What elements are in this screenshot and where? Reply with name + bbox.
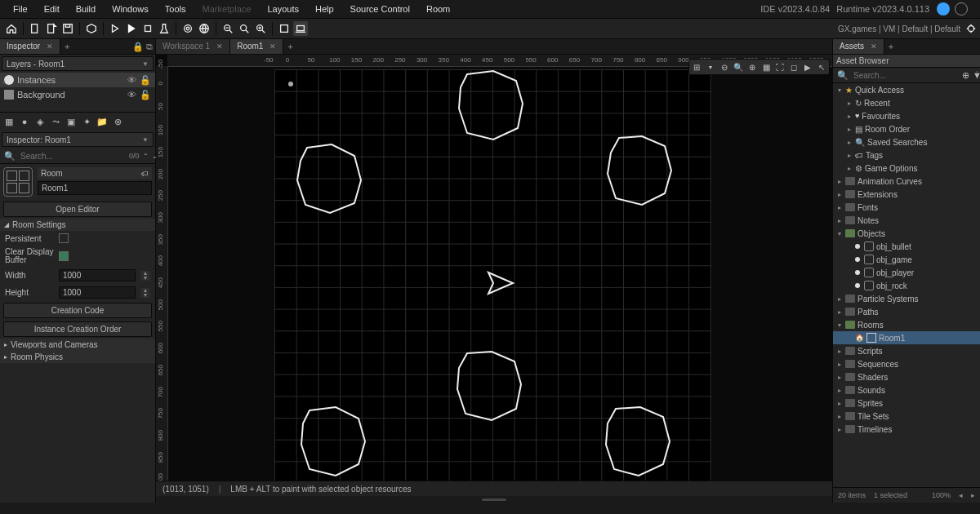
tab-room1[interactable]: Room1✕: [230, 39, 283, 54]
add-tab-icon[interactable]: +: [283, 39, 296, 54]
tree-node[interactable]: ▸▤Room Order: [833, 122, 980, 135]
tree-node[interactable]: ▸♥Favourites: [833, 109, 980, 122]
add-icon[interactable]: ⊕: [962, 70, 969, 81]
tree-node[interactable]: ▸🔍Saved Searches: [833, 135, 980, 148]
tree-node[interactable]: ▾★Quick Access: [833, 83, 980, 96]
lock-icon[interactable]: 🔓: [140, 75, 151, 86]
layer-instances[interactable]: Instances 👁🔓: [0, 73, 155, 87]
fullscreen-icon[interactable]: ⛶: [773, 60, 786, 73]
tree-node[interactable]: ▸Sounds: [833, 383, 980, 397]
tree-node[interactable]: 🏠Room1: [833, 331, 980, 344]
height-down[interactable]: ▼: [140, 293, 150, 298]
grid-dd-icon[interactable]: ▼: [704, 60, 717, 73]
stop-icon[interactable]: [140, 21, 155, 36]
tree-node[interactable]: obj_rock: [833, 279, 980, 292]
tree-node[interactable]: ▸Particle Systems: [833, 292, 980, 305]
tree-node[interactable]: obj_bullet: [833, 240, 980, 253]
target-icon[interactable]: [180, 21, 195, 36]
width-down[interactable]: ▼: [140, 276, 150, 281]
instance-order-button[interactable]: Instance Creation Order: [3, 321, 152, 337]
tab-workspace[interactable]: Workspace 1✕: [156, 39, 230, 54]
save-icon[interactable]: [60, 21, 75, 36]
eye-icon[interactable]: 👁: [127, 75, 136, 86]
layers-dropdown[interactable]: Layers - Room1▼: [2, 56, 154, 71]
tree-node[interactable]: ▸Animation Curves: [833, 175, 980, 188]
tree-node[interactable]: ▾Rooms: [833, 318, 980, 331]
cursor-icon[interactable]: ↖: [815, 60, 828, 73]
zoom-in-icon[interactable]: ⊕: [746, 60, 759, 73]
room-name-field[interactable]: Room1: [38, 181, 152, 195]
creation-code-button[interactable]: Creation Code: [3, 303, 152, 318]
menu-edit[interactable]: Edit: [36, 0, 68, 18]
undock-icon[interactable]: ⧉: [146, 42, 153, 52]
persistent-checkbox[interactable]: [59, 233, 69, 243]
laptop-icon[interactable]: [293, 21, 308, 36]
room-settings-header[interactable]: ◢Room Settings: [0, 219, 155, 231]
web-icon[interactable]: [197, 21, 212, 36]
menu-source-control[interactable]: Source Control: [342, 0, 418, 18]
home-icon[interactable]: [4, 21, 19, 36]
close-icon[interactable]: ✕: [47, 39, 53, 54]
prev-icon[interactable]: ⌃: [143, 153, 149, 160]
target-bar[interactable]: GX.games | VM | Default | Default: [838, 23, 977, 34]
height-input[interactable]: 1000: [59, 286, 136, 299]
add-fx-icon[interactable]: ✦: [80, 115, 93, 128]
open-editor-button[interactable]: Open Editor: [3, 202, 152, 217]
zoom-in-icon[interactable]: [253, 21, 268, 36]
menu-marketplace[interactable]: Marketplace: [194, 0, 259, 18]
assets-tab[interactable]: Assets✕: [833, 39, 884, 54]
menu-layouts[interactable]: Layouts: [259, 0, 307, 18]
asset-search[interactable]: [852, 70, 959, 81]
package-icon[interactable]: [84, 21, 99, 36]
tree-node[interactable]: ▸Fonts: [833, 201, 980, 214]
menu-tools[interactable]: Tools: [157, 0, 194, 18]
bottom-drag-handle[interactable]: [156, 496, 832, 503]
menu-help[interactable]: Help: [307, 0, 342, 18]
inspector-tab[interactable]: Inspector✕: [0, 39, 60, 54]
zoom-out-icon[interactable]: ⊖: [718, 60, 731, 73]
menu-file[interactable]: File: [5, 0, 36, 18]
width-input[interactable]: 1000: [59, 269, 136, 281]
lock-icon[interactable]: 🔓: [140, 90, 151, 100]
room-canvas[interactable]: -500501001502002503003504004505005506006…: [156, 55, 832, 481]
new-icon[interactable]: [28, 21, 42, 36]
inspector-combo[interactable]: Inspector: Room1▼: [2, 132, 154, 147]
grid-icon[interactable]: ⊞: [690, 60, 703, 73]
play-icon[interactable]: ▶: [801, 60, 814, 73]
tag-icon[interactable]: 🏷: [141, 170, 149, 178]
zoom-reset-icon[interactable]: [237, 21, 252, 36]
tree-node[interactable]: ▸⚙Game Options: [833, 162, 980, 175]
menu-room[interactable]: Room: [418, 0, 458, 18]
debug-icon[interactable]: [108, 21, 122, 36]
lock-icon[interactable]: 🔒: [132, 42, 144, 52]
add-path-icon[interactable]: ⤳: [49, 115, 62, 128]
tree-node[interactable]: obj_player: [833, 266, 980, 279]
open-icon[interactable]: [44, 21, 59, 36]
asset-tree[interactable]: ▾★Quick Access▸↻Recent▸♥Favourites▸▤Room…: [833, 83, 980, 487]
run-icon[interactable]: [124, 21, 139, 36]
add-folder-icon[interactable]: 📁: [96, 115, 109, 128]
tree-node[interactable]: ▸↻Recent: [833, 96, 980, 109]
tree-node[interactable]: ▸Scripts: [833, 344, 980, 357]
delete-icon[interactable]: ⊗: [111, 115, 124, 128]
tree-node[interactable]: ▸Sequences: [833, 357, 980, 370]
tree-node[interactable]: ▸🏷Tags: [833, 148, 980, 162]
add-tab-icon[interactable]: +: [884, 39, 898, 54]
zoom-out-icon[interactable]: [220, 21, 235, 36]
tree-node[interactable]: ▸Timelines: [833, 423, 980, 436]
layer-background[interactable]: Background 👁🔓: [0, 87, 155, 102]
add-tab-icon[interactable]: +: [60, 39, 74, 54]
tree-node[interactable]: ▾Objects: [833, 227, 980, 240]
add-inst-icon[interactable]: ●: [18, 115, 31, 128]
tree-node[interactable]: ▸Extensions: [833, 188, 980, 201]
expand-icon[interactable]: [277, 21, 292, 36]
notification-icon[interactable]: [955, 2, 968, 16]
tree-node[interactable]: ▸Paths: [833, 305, 980, 318]
viewports-header[interactable]: ▸Viewports and Cameras: [0, 339, 155, 351]
chevron-left-icon[interactable]: ◂: [959, 491, 963, 499]
clean-icon[interactable]: [157, 21, 172, 36]
add-asset-icon[interactable]: ▣: [65, 115, 78, 128]
view-icon[interactable]: ◻: [787, 60, 800, 73]
menu-build[interactable]: Build: [68, 0, 104, 18]
clear-display-checkbox[interactable]: [59, 251, 69, 261]
